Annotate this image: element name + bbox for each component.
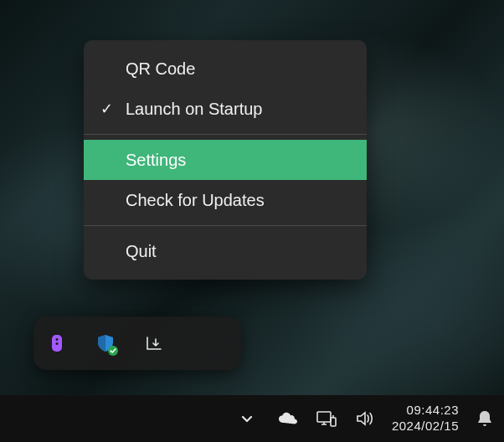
download-tray-icon[interactable] <box>144 333 164 353</box>
menu-item-qr-code[interactable]: QR Code <box>84 49 367 89</box>
tray-overflow-popup <box>33 316 241 370</box>
onedrive-icon[interactable] <box>276 407 300 430</box>
menu-item-label: Launch on Startup <box>126 100 262 119</box>
menu-item-label: Settings <box>126 151 186 170</box>
menu-item-label: Check for Updates <box>126 191 265 210</box>
menu-item-launch-on-startup[interactable]: ✓ Launch on Startup <box>84 89 367 129</box>
taskbar-date: 2024/02/15 <box>392 419 459 434</box>
tray-context-menu: QR Code ✓ Launch on Startup Settings Che… <box>84 40 367 280</box>
taskbar-datetime[interactable]: 09:44:23 2024/02/15 <box>392 403 459 434</box>
menu-item-label: QR Code <box>126 59 195 79</box>
network-icon[interactable] <box>315 407 338 430</box>
svg-rect-1 <box>56 338 59 341</box>
app-tray-icon-purple[interactable] <box>47 333 67 353</box>
menu-separator <box>84 225 367 226</box>
check-icon: ✓ <box>100 100 113 118</box>
menu-separator <box>84 134 367 135</box>
svg-rect-5 <box>331 418 336 426</box>
taskbar-time: 09:44:23 <box>407 403 459 419</box>
menu-item-label: Quit <box>126 242 157 261</box>
tray-overflow-button[interactable] <box>233 404 261 433</box>
svg-rect-2 <box>56 342 59 345</box>
security-shield-icon[interactable] <box>95 333 116 353</box>
notifications-icon[interactable] <box>474 408 496 429</box>
volume-icon[interactable] <box>353 407 377 430</box>
menu-item-check-updates[interactable]: Check for Updates <box>84 180 367 220</box>
menu-item-quit[interactable]: Quit <box>84 231 367 271</box>
svg-rect-4 <box>317 412 331 422</box>
taskbar: 09:44:23 2024/02/15 <box>0 395 504 442</box>
menu-item-settings[interactable]: Settings <box>84 140 367 180</box>
